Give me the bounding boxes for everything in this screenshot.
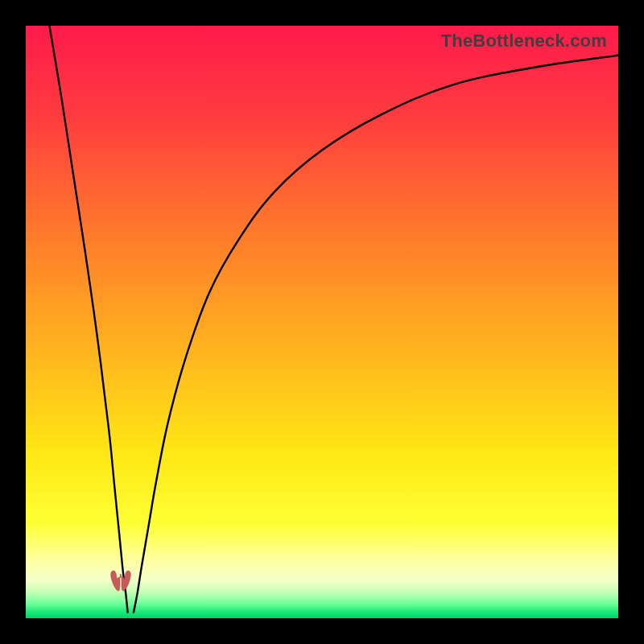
chart-curves [26, 26, 618, 618]
plot-area: TheBottleneck.com [26, 26, 618, 618]
curve-left-branch [49, 26, 127, 613]
chart-frame: TheBottleneck.com [0, 0, 644, 644]
curve-right-branch [134, 56, 618, 613]
